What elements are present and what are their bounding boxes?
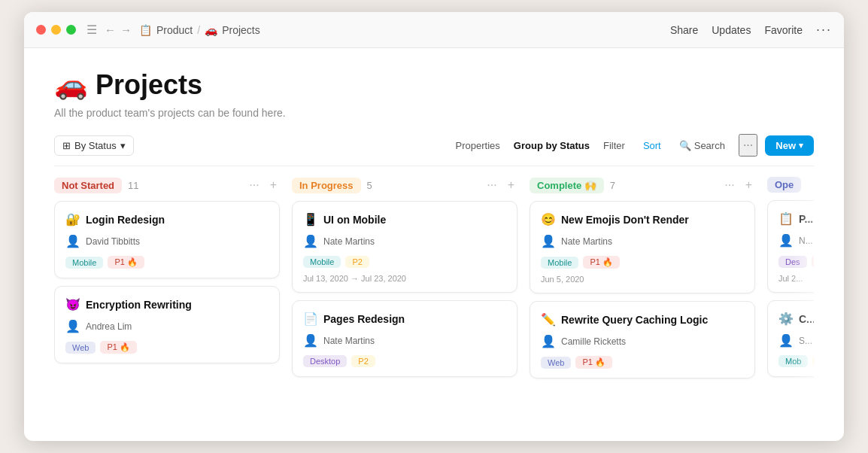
card-meta: 👤David Tibbitts — [65, 234, 269, 248]
card-meta: 👤Andrea Lim — [65, 319, 269, 333]
card-icon: ✏️ — [541, 312, 556, 327]
column-complete: Complete 🙌7···+😊New Emojis Don't Render👤… — [530, 177, 755, 441]
view-icon: ⊞ — [62, 140, 71, 151]
card[interactable]: ⚙️C...👤S...MobP4 — [767, 300, 814, 377]
view-toggle-button[interactable]: ⊞ By Status ▾ — [54, 135, 134, 156]
card-title-text: C... — [799, 313, 814, 325]
card-author: Andrea Lim — [86, 321, 132, 332]
search-button[interactable]: 🔍 Search — [673, 137, 731, 154]
new-caret-icon: ▾ — [799, 141, 803, 150]
card-priority: P1 🔥 — [575, 356, 612, 369]
card[interactable]: 📱UI on Mobile👤Nate MartinsMobileP2Jul 13… — [292, 201, 517, 293]
card-priority: P2 — [345, 256, 369, 268]
card-tags: MobileP2 — [303, 256, 506, 268]
card[interactable]: 😈Encryption Rewriting👤Andrea LimWebP1 🔥 — [54, 286, 280, 363]
card-author: S... — [799, 336, 812, 346]
sort-button[interactable]: Sort — [639, 137, 666, 154]
card-tags: DesP1 🔥 — [778, 255, 814, 268]
column-actions: ···+ — [246, 177, 280, 193]
card-date: Jul 13, 2020 → Jul 23, 2020 — [303, 274, 506, 283]
column-add-button[interactable]: + — [267, 177, 280, 193]
card-title: 📱UI on Mobile — [303, 212, 506, 226]
card-tags: MobP4 — [778, 355, 814, 367]
forward-arrow-icon[interactable]: → — [120, 23, 132, 36]
card-icon: 📄 — [303, 312, 318, 326]
card-title: ⚙️C... — [778, 312, 814, 326]
main-content: 🚗 Projects All the product team's projec… — [24, 48, 844, 441]
column-count: 11 — [128, 180, 138, 191]
card-tag: Desktop — [303, 355, 347, 367]
column-in-progress: In Progress5···+📱UI on Mobile👤Nate Marti… — [292, 177, 517, 441]
breadcrumb: 📋 Product / 🚗 Projects — [139, 24, 670, 36]
avatar: 👤 — [303, 234, 318, 248]
card-title-text: New Emojis Don't Render — [561, 214, 689, 226]
column-more-button[interactable]: ··· — [484, 177, 499, 193]
close-button[interactable] — [36, 25, 46, 35]
column-more-button[interactable]: ··· — [721, 177, 737, 193]
card-meta: 👤S... — [778, 333, 814, 348]
card-title: 😈Encryption Rewriting — [65, 297, 269, 312]
card-author: Nate Martins — [323, 236, 375, 247]
card-tags: MobileP1 🔥 — [65, 256, 269, 269]
back-arrow-icon[interactable]: ← — [105, 23, 116, 36]
card-title-text: P... — [799, 213, 813, 225]
hamburger-icon[interactable]: ☰ — [86, 23, 97, 37]
breadcrumb-projects-label[interactable]: Projects — [222, 24, 260, 36]
toolbar-more-button[interactable]: ··· — [739, 134, 757, 157]
avatar: 👤 — [303, 333, 318, 348]
column-more-button[interactable]: ··· — [246, 177, 262, 193]
column-actions: ···+ — [721, 177, 755, 193]
new-button[interactable]: New ▾ — [765, 135, 814, 156]
filter-button[interactable]: Filter — [597, 137, 631, 154]
card[interactable]: 📋P...👤N...DesP1 🔥Jul 2... — [767, 200, 814, 293]
card-title: 📄Pages Redesign — [303, 312, 506, 326]
column-count: 7 — [610, 180, 615, 191]
card-tag: Mob — [778, 355, 808, 367]
nav-arrows: ← → — [105, 23, 132, 36]
card[interactable]: ✏️Rewrite Query Caching Logic👤Camille Ri… — [530, 301, 755, 379]
card-icon: 📋 — [778, 211, 794, 226]
new-label: New — [775, 140, 796, 151]
maximize-button[interactable] — [66, 25, 76, 35]
card[interactable]: 😊New Emojis Don't Render👤Nate MartinsMob… — [530, 201, 755, 293]
breadcrumb-product-label[interactable]: Product — [156, 24, 193, 36]
card-tag: Mobile — [541, 257, 578, 269]
card-icon: 😈 — [65, 297, 80, 312]
updates-button[interactable]: Updates — [712, 24, 751, 36]
card[interactable]: 📄Pages Redesign👤Nate MartinsDesktopP2 — [292, 300, 517, 377]
column-add-button[interactable]: + — [505, 177, 517, 193]
avatar: 👤 — [778, 333, 794, 348]
card-icon: ⚙️ — [778, 312, 794, 326]
card-priority: P1 🔥 — [100, 341, 137, 354]
more-options-button[interactable]: ··· — [816, 22, 832, 38]
card-title: 🔐Login Redesign — [65, 212, 269, 226]
status-badge: Not Started — [54, 178, 122, 193]
minimize-button[interactable] — [51, 25, 61, 35]
status-badge: Ope — [767, 177, 801, 193]
page-title: Projects — [96, 69, 202, 101]
board: Not Started11···+🔐Login Redesign👤David T… — [54, 166, 814, 441]
favorite-button[interactable]: Favorite — [764, 24, 803, 36]
status-badge: Complete 🙌 — [530, 178, 604, 193]
group-by-label: Group by Status — [514, 140, 590, 151]
card-priority: P2 — [351, 355, 375, 367]
card-title: 📋P... — [778, 211, 814, 226]
card-priority: P4 — [812, 355, 814, 367]
avatar: 👤 — [778, 233, 794, 248]
partial-column-wrapper: Ope📋P...👤N...DesP1 🔥Jul 2...⚙️C...👤S...M… — [767, 177, 814, 441]
column-not-started: Not Started11···+🔐Login Redesign👤David T… — [54, 177, 280, 441]
view-label: By Status — [74, 140, 117, 151]
card-meta: 👤Nate Martins — [541, 234, 744, 248]
breadcrumb-product-icon: 📋 — [139, 24, 152, 36]
status-badge: In Progress — [292, 178, 361, 193]
column-add-button[interactable]: + — [742, 177, 755, 193]
card-meta: 👤Camille Ricketts — [541, 334, 744, 348]
avatar: 👤 — [65, 234, 80, 248]
toolbar: ⊞ By Status ▾ Properties Group by Status… — [54, 128, 814, 166]
card-title: 😊New Emojis Don't Render — [541, 212, 744, 226]
traffic-lights — [36, 25, 76, 35]
properties-button[interactable]: Properties — [450, 137, 506, 154]
card-tag: Web — [65, 342, 96, 354]
share-button[interactable]: Share — [670, 24, 698, 36]
card[interactable]: 🔐Login Redesign👤David TibbittsMobileP1 🔥 — [54, 201, 280, 278]
